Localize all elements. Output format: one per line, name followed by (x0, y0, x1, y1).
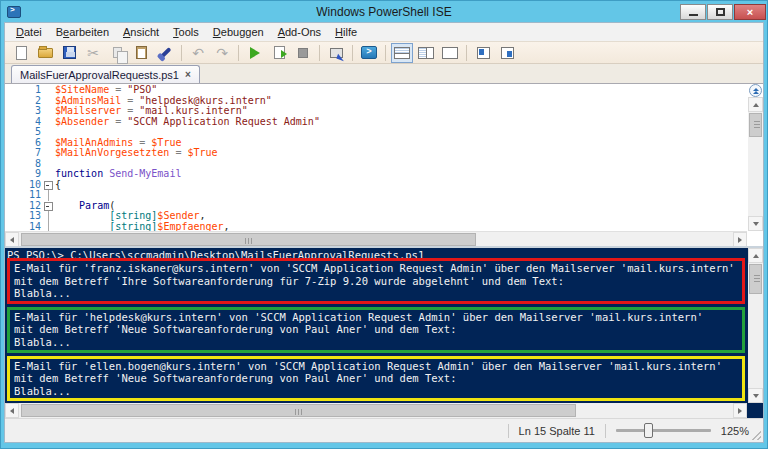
scroll-down-button[interactable] (748, 216, 763, 231)
tab-close-icon[interactable]: × (185, 70, 191, 80)
scroll-left-button[interactable] (5, 232, 19, 246)
menu-bar: Datei Bearbeiten Ansicht Tools Debuggen … (5, 23, 763, 41)
file-tab[interactable]: MailsFuerApprovalRequests.ps1 × (11, 65, 200, 83)
cut-button[interactable]: ✂ (82, 43, 104, 63)
menu-hilfe[interactable]: Hilfe (328, 24, 364, 40)
code-line[interactable]: 10{ (5, 180, 747, 191)
run-selection-button[interactable] (268, 43, 290, 63)
arrow-right-icon (738, 237, 742, 243)
close-button[interactable]: × (734, 4, 766, 20)
run-play-icon (250, 47, 260, 59)
open-script-button[interactable] (34, 43, 56, 63)
line-number: 14 (5, 222, 41, 232)
resize-grip[interactable] (751, 430, 761, 440)
undo-button[interactable]: ↶ (187, 43, 209, 63)
script-pane-maximized-button[interactable] (439, 43, 461, 63)
line-number: 3 (5, 106, 41, 117)
fold-gutter (41, 211, 55, 222)
scroll-down-button[interactable] (748, 388, 763, 403)
arrow-right-icon (738, 408, 742, 414)
console-scroll-thumb[interactable] (749, 264, 762, 294)
console-hscroll-thumb[interactable] (21, 404, 576, 417)
show-console-pane-button[interactable] (496, 43, 518, 63)
scroll-right-button[interactable] (733, 232, 747, 246)
new-script-button[interactable] (10, 43, 32, 63)
client-area: Datei Bearbeiten Ansicht Tools Debuggen … (4, 22, 764, 443)
redo-arrow-icon: ↷ (216, 46, 228, 60)
script-editor-pane[interactable]: 1$SiteName = "PSO"2$AdminsMail = "helpde… (5, 84, 763, 246)
menu-ansicht[interactable]: Ansicht (116, 24, 166, 40)
zoom-slider[interactable] (616, 429, 711, 432)
copy-button[interactable] (106, 43, 128, 63)
toolbar-separator (466, 45, 467, 61)
scroll-up-button[interactable] (748, 248, 763, 263)
fold-gutter (41, 106, 55, 117)
save-button[interactable] (58, 43, 80, 63)
title-bar[interactable]: Windows PowerShell ISE × (1, 1, 767, 22)
new-remote-powershell-tab-button[interactable] (325, 43, 347, 63)
fold-collapse-icon[interactable] (41, 180, 55, 191)
fold-collapse-icon[interactable] (41, 201, 55, 212)
scroll-up-button[interactable] (748, 97, 763, 112)
console-output-line: mit dem Betreff 'Neue Softwareanforderun… (14, 372, 738, 385)
scroll-right-button[interactable] (733, 403, 747, 418)
fold-gutter (41, 96, 55, 107)
code-line[interactable]: 5 (5, 127, 747, 138)
console-horizontal-scrollbar[interactable] (5, 403, 747, 418)
code-line[interactable]: 3$Mailserver = "mail.kurs.intern" (5, 106, 747, 117)
zoom-slider-thumb[interactable] (644, 423, 653, 438)
status-separator (605, 424, 606, 438)
menu-bearbeiten[interactable]: Bearbeiten (49, 24, 116, 40)
code-line[interactable]: 1$SiteName = "PSO" (5, 85, 747, 96)
code-line[interactable]: 14 [string]$Empfaenger, (5, 222, 747, 232)
console-output[interactable]: PS PSO:\> C:\Users\sccmadmin\Desktop\Mai… (7, 249, 746, 403)
code-line[interactable]: 9function Send-MyEmail (5, 169, 747, 180)
collapse-pane-button[interactable] (749, 84, 762, 97)
arrow-down-icon (753, 394, 759, 398)
start-powershell-button[interactable]: > (358, 43, 380, 63)
menu-tools[interactable]: Tools (166, 24, 206, 40)
minimize-button[interactable] (680, 4, 706, 20)
toolbar-separator (352, 45, 353, 61)
menu-datei[interactable]: Datei (9, 24, 49, 40)
script-pane-top-button[interactable] (391, 43, 413, 63)
code-area[interactable]: 1$SiteName = "PSO"2$AdminsMail = "helpde… (5, 85, 747, 231)
powershell-ise-window: Windows PowerShell ISE × Datei Bearbeite… (0, 0, 768, 449)
console-vertical-scrollbar[interactable] (748, 248, 763, 403)
script-pane-right-button[interactable] (415, 43, 437, 63)
toolbar-separator (181, 45, 182, 61)
scroll-left-button[interactable] (5, 403, 19, 418)
paste-button[interactable] (130, 43, 152, 63)
redo-button[interactable]: ↷ (211, 43, 233, 63)
code-line[interactable]: 11 (5, 190, 747, 201)
code-line[interactable]: 7$MailAnVorgesetzten = $True (5, 148, 747, 159)
fold-gutter (41, 169, 55, 180)
menu-add-ons[interactable]: Add-Ons (271, 24, 328, 40)
stop-button[interactable] (292, 43, 314, 63)
run-script-button[interactable] (244, 43, 266, 63)
copy-icon (113, 47, 122, 58)
minimize-icon (689, 14, 698, 16)
undo-arrow-icon: ↶ (192, 46, 204, 60)
tab-strip: MailsFuerApprovalRequests.ps1 × (5, 64, 763, 84)
toolbar-separator (319, 45, 320, 61)
editor-vertical-scrollbar[interactable] (748, 97, 763, 231)
console-output-line: Blabla... (14, 385, 738, 398)
line-number: 7 (5, 148, 41, 159)
file-tab-label: MailsFuerApprovalRequests.ps1 (20, 69, 179, 81)
remote-computer-icon (330, 48, 343, 58)
line-number: 11 (5, 190, 41, 201)
console-prompt-line: PS PSO:\> C:\Users\sccmadmin\Desktop\Mai… (7, 249, 746, 258)
editor-scroll-thumb[interactable] (749, 113, 762, 137)
menu-debuggen[interactable]: Debuggen (206, 24, 271, 40)
code-line[interactable]: 4$Absender = "SCCM Application Request A… (5, 117, 747, 128)
maximize-button[interactable] (707, 4, 733, 20)
code-line[interactable]: 13 [string]$Sender, (5, 211, 747, 222)
line-number: 9 (5, 169, 41, 180)
editor-hscroll-thumb[interactable] (21, 233, 476, 246)
show-script-pane-button[interactable] (472, 43, 494, 63)
console-pane[interactable]: PS PSO:\> C:\Users\sccmadmin\Desktop\Mai… (5, 248, 763, 418)
editor-horizontal-scrollbar[interactable] (5, 231, 747, 246)
clear-console-button[interactable] (154, 43, 176, 63)
annotation-box: E-Mail für 'franz.iskaner@kurs.intern' v… (7, 258, 745, 304)
